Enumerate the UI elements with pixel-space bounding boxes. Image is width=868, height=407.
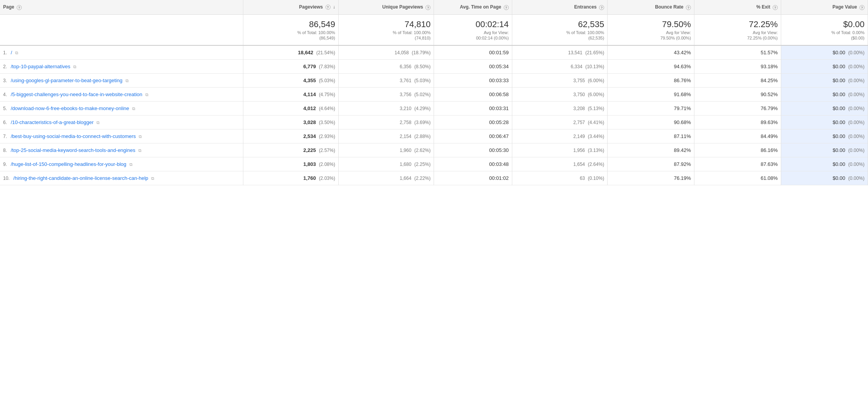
pagevalue-pct-0: (0.00%) (848, 50, 865, 55)
pageviews-help-icon[interactable]: ? (326, 5, 331, 10)
unique-help-icon[interactable]: ? (425, 5, 431, 10)
bounce-val-4: 79.71% (674, 105, 691, 111)
unique-pct-1: (8.50%) (414, 64, 431, 69)
cell-entrances-4: 3,208 (5.13%) (512, 102, 607, 116)
cell-page-1: 2. /top-10-paypal-alternatives ⧉ (0, 60, 243, 74)
cell-avgtime-5: 00:05:28 (434, 116, 512, 129)
table-row: 4. /5-biggest-challenges-you-need-to-fac… (0, 88, 868, 102)
pageviews-pct-8: (2.08%) (319, 162, 335, 167)
cell-exit-8: 87.63% (694, 157, 781, 171)
avgtime-val-8: 00:03:48 (489, 161, 509, 167)
pagevalue-pct-6: (0.00%) (848, 134, 865, 139)
copy-icon-6[interactable]: ⧉ (139, 134, 142, 139)
cell-pageviews-7: 2,225 (2.57%) (243, 143, 338, 157)
entrances-main-5: 2,757 (573, 120, 585, 125)
cell-pageviews-2: 4,355 (5.03%) (243, 74, 338, 88)
pageviews-main-0: 18,642 (298, 50, 313, 55)
exit-val-0: 51.57% (761, 50, 778, 55)
cell-avgtime-7: 00:05:30 (434, 143, 512, 157)
cell-unique-7: 1,960 (2.62%) (338, 143, 434, 157)
pageviews-pct-5: (3.50%) (319, 120, 335, 125)
bounce-help-icon[interactable]: ? (686, 5, 691, 10)
summary-entrances-main: 62,535 (515, 19, 604, 29)
col-pagevalue-label: Page Value (832, 4, 857, 10)
cell-pageviews-6: 2,534 (2.93%) (243, 129, 338, 143)
pageviews-pct-1: (7.83%) (319, 64, 335, 69)
copy-icon-4[interactable]: ⧉ (132, 106, 135, 111)
cell-page-7: 8. /top-25-social-media-keyword-search-t… (0, 143, 243, 157)
pageviews-pct-0: (21.54%) (316, 50, 335, 55)
page-link-2[interactable]: /using-googles-gl-parameter-to-beat-geo-… (11, 78, 122, 83)
table-row: 10. /hiring-the-right-candidate-an-onlin… (0, 171, 868, 185)
pageviews-sort-icon[interactable]: ↓ (333, 4, 335, 10)
page-help-icon[interactable]: ? (17, 5, 22, 10)
copy-icon-9[interactable]: ⧉ (151, 176, 154, 181)
cell-bounce-3: 91.68% (608, 88, 694, 102)
copy-icon-7[interactable]: ⧉ (138, 148, 141, 153)
summary-pageviews-sub2: (86,549) (246, 36, 335, 40)
cell-entrances-2: 3,755 (6.00%) (512, 74, 607, 88)
cell-bounce-6: 87.11% (608, 129, 694, 143)
row-number-1: 2. (3, 64, 7, 69)
summary-exit-sub1: Avg for View: (698, 30, 778, 35)
page-link-9[interactable]: /hiring-the-right-candidate-an-online-li… (13, 175, 148, 181)
pagevalue-main-5: $0.00 (833, 119, 846, 125)
page-link-7[interactable]: /top-25-social-media-keyword-search-tool… (11, 147, 136, 153)
page-link-0[interactable]: / (11, 50, 12, 55)
summary-entrances-cell: 62,535 % of Total: 100.00% (62,535) (512, 15, 607, 46)
pagevalue-pct-9: (0.00%) (848, 176, 865, 181)
pagevalue-pct-4: (0.00%) (848, 106, 865, 111)
avgtime-val-9: 00:01:02 (489, 175, 509, 181)
copy-icon-5[interactable]: ⧉ (96, 120, 100, 125)
avgtime-help-icon[interactable]: ? (504, 5, 509, 10)
cell-pagevalue-8: $0.00 (0.00%) (781, 157, 868, 171)
cell-pageviews-4: 4,012 (4.64%) (243, 102, 338, 116)
cell-entrances-0: 13,541 (21.65%) (512, 45, 607, 60)
cell-entrances-7: 1,956 (3.13%) (512, 143, 607, 157)
analytics-table: Page ? Pageviews ? ↓ Unique Pageviews ? … (0, 0, 868, 185)
col-header-page: Page ? (0, 0, 243, 15)
avgtime-val-7: 00:05:30 (489, 147, 509, 153)
page-link-5[interactable]: /10-characteristics-of-a-great-blogger (11, 119, 94, 125)
copy-icon-3[interactable]: ⧉ (145, 92, 148, 97)
copy-icon-8[interactable]: ⧉ (129, 162, 133, 167)
unique-pct-3: (5.02%) (414, 92, 431, 97)
entrances-main-8: 1,654 (573, 162, 585, 167)
pagevalue-main-8: $0.00 (833, 161, 846, 167)
copy-icon-2[interactable]: ⧉ (126, 78, 129, 83)
col-avgtime-label: Avg. Time on Page (460, 4, 501, 10)
summary-bounce-cell: 79.50% Avg for View: 79.50% (0.00%) (608, 15, 694, 46)
entrances-pct-1: (10.13%) (585, 64, 604, 69)
avgtime-val-5: 00:05:28 (489, 119, 509, 125)
table-row: 9. /huge-list-of-150-compelling-headline… (0, 157, 868, 171)
copy-icon-1[interactable]: ⧉ (73, 64, 76, 69)
bounce-val-7: 89.42% (674, 147, 691, 153)
avgtime-val-4: 00:03:31 (489, 105, 509, 111)
unique-main-6: 2,154 (400, 134, 412, 139)
cell-exit-2: 84.25% (694, 74, 781, 88)
copy-icon-0[interactable]: ⧉ (15, 50, 18, 55)
cell-unique-0: 14,058 (18.79%) (338, 45, 434, 60)
page-link-1[interactable]: /top-10-paypal-alternatives (11, 64, 71, 69)
cell-exit-0: 51.57% (694, 45, 781, 60)
page-link-3[interactable]: /5-biggest-challenges-you-need-to-face-i… (11, 91, 143, 97)
summary-avgtime-cell: 00:02:14 Avg for View: 00:02:14 (0.00%) (434, 15, 512, 46)
pagevalue-main-1: $0.00 (833, 64, 846, 69)
page-link-8[interactable]: /huge-list-of-150-compelling-headlines-f… (11, 161, 126, 167)
col-unique-label: Unique Pageviews (382, 4, 423, 10)
entrances-pct-7: (3.13%) (588, 148, 604, 153)
entrances-help-icon[interactable]: ? (599, 5, 604, 10)
pagevalue-main-9: $0.00 (833, 175, 846, 181)
page-link-6[interactable]: /best-buy-using-social-media-to-connect-… (11, 133, 136, 139)
table-row: 5. /download-now-6-free-ebooks-to-make-m… (0, 102, 868, 116)
exit-help-icon[interactable]: ? (773, 5, 778, 10)
pageviews-pct-9: (2.03%) (319, 176, 335, 181)
col-header-pageviews: Pageviews ? ↓ (243, 0, 338, 15)
entrances-main-2: 3,755 (573, 78, 585, 83)
cell-unique-3: 3,756 (5.02%) (338, 88, 434, 102)
page-link-4[interactable]: /download-now-6-free-ebooks-to-make-mone… (11, 105, 129, 111)
summary-bounce-main: 79.50% (611, 19, 691, 29)
exit-val-2: 84.25% (761, 78, 778, 83)
pagevalue-help-icon[interactable]: ? (859, 5, 865, 10)
summary-avgtime-sub1: Avg for View: (437, 30, 509, 35)
